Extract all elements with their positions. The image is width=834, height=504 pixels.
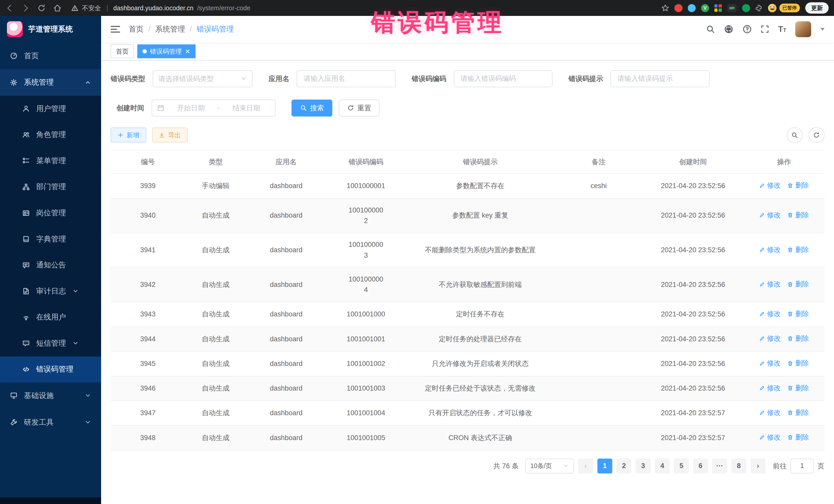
- sidebar-item-notices[interactable]: 通知公告: [0, 252, 101, 278]
- tag-home[interactable]: 首页: [111, 44, 134, 58]
- extension-icon[interactable]: [674, 4, 682, 12]
- sidebar-item-devtools[interactable]: 研发工具: [0, 409, 101, 436]
- refresh-table-button[interactable]: [809, 127, 825, 143]
- sidebar-item-dictionary[interactable]: 字典管理: [0, 226, 101, 252]
- delete-link[interactable]: 删除: [787, 180, 809, 191]
- back-icon[interactable]: [5, 4, 14, 12]
- pencil-icon: [759, 311, 765, 317]
- error-code-input[interactable]: [454, 70, 553, 87]
- puzzle-extensions-icon[interactable]: [755, 4, 763, 12]
- sidebar-item-audit-logs[interactable]: 审计日志: [0, 278, 101, 304]
- edit-link[interactable]: 修改: [759, 245, 781, 255]
- export-button[interactable]: 导出: [152, 128, 188, 143]
- sidebar-item-users[interactable]: 用户管理: [0, 96, 101, 122]
- app-name-input[interactable]: [297, 70, 396, 87]
- sidebar-item-roles[interactable]: 角色管理: [0, 122, 101, 148]
- table-row[interactable]: 3943自动生成dashboard1001001000定时任务不存在2021-0…: [111, 302, 825, 327]
- table-row[interactable]: 3947自动生成dashboard1001001004只有开启状态的任务，才可以…: [111, 401, 825, 425]
- edit-link[interactable]: 修改: [759, 309, 781, 319]
- delete-link[interactable]: 删除: [787, 432, 809, 443]
- announcement-icon: [22, 262, 30, 269]
- refresh-icon[interactable]: [37, 4, 46, 12]
- prev-page-button[interactable]: ‹: [578, 459, 593, 474]
- search-button[interactable]: 搜索: [291, 100, 332, 116]
- bookmark-star-icon[interactable]: [661, 4, 669, 12]
- page-button-4[interactable]: 4: [655, 459, 670, 474]
- table-row[interactable]: 3944自动生成dashboard1001001001定时任务的处理器已经存在2…: [111, 327, 825, 351]
- page-button-1[interactable]: 1: [597, 459, 612, 474]
- sidebar-item-menus[interactable]: 菜单管理: [0, 148, 101, 174]
- extension-icon[interactable]: [742, 4, 750, 12]
- goto-page-input[interactable]: [790, 459, 814, 474]
- forward-icon[interactable]: [21, 4, 30, 12]
- help-icon[interactable]: [743, 25, 752, 34]
- sidebar-item-posts[interactable]: 岗位管理: [0, 200, 101, 226]
- extension-icon[interactable]: [688, 4, 696, 12]
- table-row[interactable]: 3948自动生成dashboard1001001005CRON 表达式不正确20…: [111, 425, 825, 450]
- delete-link[interactable]: 删除: [787, 309, 809, 319]
- page-button-2[interactable]: 2: [616, 459, 631, 474]
- sidebar-item-sms[interactable]: 短信管理: [0, 330, 101, 356]
- browser-update-button[interactable]: 更新: [805, 2, 829, 13]
- error-hint-input[interactable]: [611, 70, 709, 87]
- edit-link[interactable]: 修改: [759, 180, 781, 191]
- next-page-button[interactable]: ›: [751, 459, 766, 474]
- delete-link[interactable]: 删除: [787, 408, 809, 418]
- type-select[interactable]: 请选择错误码类型: [153, 70, 253, 87]
- profile-emoji-icon[interactable]: [768, 4, 776, 12]
- edit-link[interactable]: 修改: [759, 210, 781, 220]
- sidebar-item-system[interactable]: 系统管理: [0, 69, 101, 96]
- page-size-select[interactable]: 10条/页: [525, 459, 574, 474]
- reset-button[interactable]: 重置: [339, 100, 379, 116]
- hamburger-icon[interactable]: [111, 26, 120, 33]
- github-icon[interactable]: [724, 24, 733, 34]
- edit-link[interactable]: 修改: [759, 279, 781, 289]
- toggle-search-button[interactable]: [787, 127, 803, 143]
- tag-error-codes[interactable]: 错误码管理: [137, 44, 196, 58]
- delete-link[interactable]: 删除: [787, 383, 809, 393]
- edit-link[interactable]: 修改: [759, 333, 781, 344]
- sidebar-item-departments[interactable]: 部门管理: [0, 174, 101, 200]
- date-range-picker[interactable]: 开始日期 - 结束日期: [152, 100, 276, 116]
- breadcrumb-system[interactable]: 系统管理: [155, 24, 185, 35]
- fullscreen-icon[interactable]: [761, 25, 769, 34]
- table-row[interactable]: 3945自动生成dashboard1001001002只允许修改为开启或者关闭状…: [111, 351, 825, 376]
- delete-link[interactable]: 删除: [787, 245, 809, 255]
- edit-link[interactable]: 修改: [759, 383, 781, 393]
- delete-link[interactable]: 删除: [787, 333, 809, 344]
- edit-link[interactable]: 修改: [759, 408, 781, 418]
- close-icon[interactable]: [185, 49, 191, 54]
- font-size-icon[interactable]: TT: [778, 25, 786, 34]
- table-row[interactable]: 3942自动生成dashboard100100000 4不允许获取敏感配置到前端…: [111, 267, 825, 302]
- sidebar: 芋道管理系统 首页 系统管理 用户管理: [0, 16, 101, 504]
- page-button-8[interactable]: 8: [731, 459, 746, 474]
- address-bar[interactable]: 不安全 | dashboard.yudao.iocoder.cn/system/…: [68, 4, 655, 12]
- breadcrumb-home[interactable]: 首页: [129, 24, 144, 35]
- table-row[interactable]: 3941自动生成dashboard100100000 3不能删除类型为系统内置的…: [111, 233, 825, 268]
- filter-type: 错误码类型 请选择错误码类型: [111, 70, 253, 87]
- avatar[interactable]: [795, 21, 811, 37]
- table-row[interactable]: 3939手动编辑dashboard1001000001参数配置不存在ceshi2…: [111, 174, 825, 198]
- table-row[interactable]: 3946自动生成dashboard1001001003定时任务已经处于该状态，无…: [111, 376, 825, 401]
- table-row[interactable]: 3940自动生成dashboard100100000 2参数配置 key 重复2…: [111, 198, 825, 233]
- extension-grid-icon[interactable]: [715, 4, 722, 12]
- home-icon[interactable]: [53, 4, 62, 12]
- delete-link[interactable]: 删除: [787, 358, 809, 369]
- more-pages-button[interactable]: ···: [712, 459, 727, 474]
- sidebar-item-online-users[interactable]: 在线用户: [0, 304, 101, 330]
- add-button[interactable]: 新增: [111, 128, 146, 143]
- extension-icon[interactable]: V: [701, 4, 709, 12]
- page-button-6[interactable]: 6: [693, 459, 708, 474]
- caret-down-icon[interactable]: [820, 28, 825, 30]
- sidebar-item-infrastructure[interactable]: 基础设施: [0, 382, 101, 409]
- page-button-3[interactable]: 3: [636, 459, 651, 474]
- edit-link[interactable]: 修改: [759, 432, 781, 443]
- extension-on-icon[interactable]: on: [727, 4, 737, 12]
- delete-link[interactable]: 删除: [787, 279, 809, 289]
- search-icon[interactable]: [706, 25, 715, 34]
- edit-link[interactable]: 修改: [759, 358, 781, 369]
- page-button-5[interactable]: 5: [674, 459, 689, 474]
- sidebar-item-error-codes[interactable]: 错误码管理: [0, 356, 101, 382]
- sidebar-item-home[interactable]: 首页: [0, 43, 101, 69]
- delete-link[interactable]: 删除: [787, 210, 809, 220]
